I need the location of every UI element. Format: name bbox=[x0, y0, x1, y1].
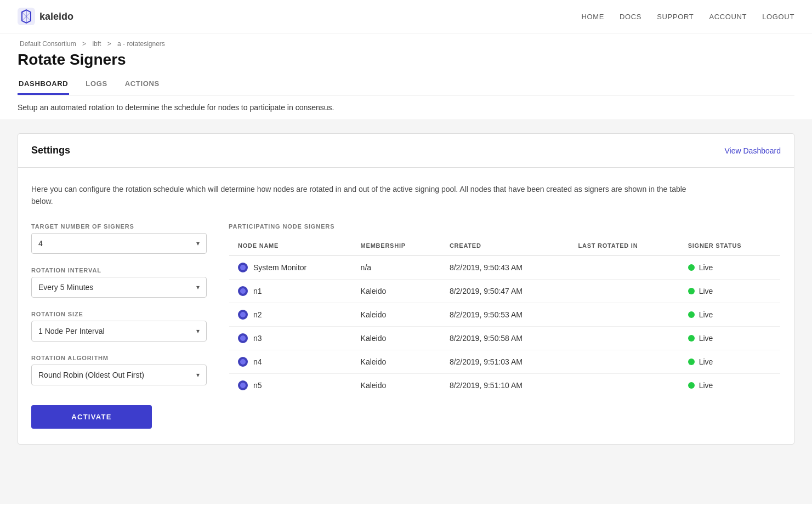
table-row: n3 Kaleido8/2/2019, 9:50:58 AM Live bbox=[229, 326, 781, 350]
description-text: Here you can configure the rotation sche… bbox=[31, 183, 689, 208]
node-dot-icon bbox=[238, 286, 248, 296]
node-dot-icon bbox=[238, 333, 248, 343]
table-header-row: NODE NAME MEMBERSHIP CREATED LAST ROTATE… bbox=[229, 235, 781, 255]
banner-text: Setup an automated rotation to determine… bbox=[18, 103, 334, 112]
info-banner: Setup an automated rotation to determine… bbox=[0, 95, 812, 120]
breadcrumb-part-1[interactable]: Default Consortium bbox=[20, 40, 76, 48]
cell-membership: n/a bbox=[352, 255, 441, 279]
col-signer-status: SIGNER STATUS bbox=[679, 235, 781, 255]
col-node-name: NODE NAME bbox=[229, 235, 352, 255]
target-signers-select[interactable]: 4 1 2 3 5 6 bbox=[32, 234, 206, 253]
status-live-icon bbox=[688, 264, 695, 271]
left-column: TARGET NUMBER OF SIGNERS 4 1 2 3 5 6 ▾ bbox=[31, 223, 207, 429]
cell-created: 8/2/2019, 9:50:43 AM bbox=[441, 255, 570, 279]
rotation-algorithm-field: ROTATION ALGORITHM Round Robin (Oldest O… bbox=[31, 355, 207, 385]
cell-created: 8/2/2019, 9:50:53 AM bbox=[441, 303, 570, 326]
view-dashboard-link[interactable]: View Dashboard bbox=[725, 146, 781, 155]
logo-text: kaleido bbox=[39, 11, 73, 22]
target-signers-label: TARGET NUMBER OF SIGNERS bbox=[31, 223, 207, 230]
cell-membership: Kaleido bbox=[352, 279, 441, 303]
cell-signer-status: Live bbox=[679, 350, 781, 373]
status-live-icon bbox=[688, 335, 695, 342]
rotation-algorithm-select[interactable]: Round Robin (Oldest Out First) Random bbox=[32, 365, 206, 385]
table-section-label: PARTICIPATING NODE SIGNERS bbox=[229, 223, 781, 230]
tabs: DASHBOARD LOGS ACTIONS bbox=[18, 75, 794, 95]
status-text: Live bbox=[699, 357, 713, 366]
node-dot-icon bbox=[238, 310, 248, 320]
nav-account[interactable]: ACCOUNT bbox=[709, 13, 747, 21]
cell-node-name: n2 bbox=[229, 303, 352, 326]
cell-created: 8/2/2019, 9:50:47 AM bbox=[441, 279, 570, 303]
table-row: n5 Kaleido8/2/2019, 9:51:10 AM Live bbox=[229, 373, 781, 397]
cell-last-rotated-in bbox=[569, 303, 679, 326]
nodes-table: NODE NAME MEMBERSHIP CREATED LAST ROTATE… bbox=[229, 235, 781, 397]
rotation-size-select[interactable]: 1 Node Per Interval 2 Nodes Per Interval… bbox=[32, 321, 206, 341]
node-name-text: n3 bbox=[253, 334, 262, 343]
table-row: n1 Kaleido8/2/2019, 9:50:47 AM Live bbox=[229, 279, 781, 303]
target-signers-field: TARGET NUMBER OF SIGNERS 4 1 2 3 5 6 ▾ bbox=[31, 223, 207, 254]
rotation-interval-label: ROTATION INTERVAL bbox=[31, 267, 207, 274]
rotation-interval-select[interactable]: Every 5 Minutes Every 1 Minute Every 10 … bbox=[32, 277, 206, 297]
settings-card: Settings View Dashboard Here you can con… bbox=[18, 133, 794, 445]
cell-membership: Kaleido bbox=[352, 326, 441, 350]
top-nav: kaleido HOME DOCS SUPPORT ACCOUNT LOGOUT bbox=[0, 0, 812, 33]
cell-node-name: n5 bbox=[229, 373, 352, 397]
cell-created: 8/2/2019, 9:50:58 AM bbox=[441, 326, 570, 350]
cell-signer-status: Live bbox=[679, 279, 781, 303]
cell-membership: Kaleido bbox=[352, 373, 441, 397]
tab-actions[interactable]: ACTIONS bbox=[124, 75, 161, 95]
cell-node-name: System Monitor bbox=[229, 255, 352, 279]
activate-button[interactable]: ACTIVATE bbox=[31, 405, 152, 429]
nav-docs[interactable]: DOCS bbox=[620, 13, 641, 21]
breadcrumb-part-2[interactable]: ibft bbox=[92, 40, 101, 48]
col-last-rotated-in: LAST ROTATED IN bbox=[569, 235, 679, 255]
status-live-icon bbox=[688, 382, 695, 389]
status-text: Live bbox=[699, 310, 713, 319]
node-name-text: n2 bbox=[253, 310, 262, 319]
status-text: Live bbox=[699, 334, 713, 343]
cell-signer-status: Live bbox=[679, 303, 781, 326]
node-dot-icon bbox=[238, 380, 248, 390]
node-name-text: System Monitor bbox=[253, 263, 306, 272]
cell-node-name: n3 bbox=[229, 326, 352, 350]
col-created: CREATED bbox=[441, 235, 570, 255]
page-title: Rotate Signers bbox=[18, 51, 794, 69]
status-live-icon bbox=[688, 359, 695, 365]
target-signers-select-wrapper: 4 1 2 3 5 6 ▾ bbox=[31, 233, 207, 254]
breadcrumb-part-3: a - rotatesigners bbox=[117, 40, 165, 48]
table-row: n2 Kaleido8/2/2019, 9:50:53 AM Live bbox=[229, 303, 781, 326]
cell-node-name: n4 bbox=[229, 350, 352, 373]
cell-membership: Kaleido bbox=[352, 350, 441, 373]
tab-dashboard[interactable]: DASHBOARD bbox=[18, 75, 69, 95]
cell-last-rotated-in bbox=[569, 373, 679, 397]
cell-created: 8/2/2019, 9:51:10 AM bbox=[441, 373, 570, 397]
node-name-text: n5 bbox=[253, 381, 262, 390]
col-membership: MEMBERSHIP bbox=[352, 235, 441, 255]
cell-signer-status: Live bbox=[679, 373, 781, 397]
cell-signer-status: Live bbox=[679, 326, 781, 350]
cell-last-rotated-in bbox=[569, 350, 679, 373]
node-name-text: n4 bbox=[253, 357, 262, 366]
logo: kaleido bbox=[18, 8, 73, 25]
nav-home[interactable]: HOME bbox=[581, 13, 604, 21]
cell-last-rotated-in bbox=[569, 255, 679, 279]
two-col-layout: TARGET NUMBER OF SIGNERS 4 1 2 3 5 6 ▾ bbox=[31, 223, 781, 429]
settings-card-body: Here you can configure the rotation sche… bbox=[18, 168, 794, 444]
nav-support[interactable]: SUPPORT bbox=[657, 13, 694, 21]
breadcrumb-sep-1: > bbox=[82, 40, 88, 48]
rotation-algorithm-label: ROTATION ALGORITHM bbox=[31, 355, 207, 361]
cell-node-name: n1 bbox=[229, 279, 352, 303]
status-text: Live bbox=[699, 263, 713, 272]
status-text: Live bbox=[699, 287, 713, 295]
right-column: PARTICIPATING NODE SIGNERS NODE NAME MEM… bbox=[229, 223, 781, 429]
table-row: System Monitor n/a8/2/2019, 9:50:43 AM L… bbox=[229, 255, 781, 279]
node-name-text: n1 bbox=[253, 287, 262, 295]
content-area: Settings View Dashboard Here you can con… bbox=[0, 120, 812, 504]
node-dot-icon bbox=[238, 263, 248, 272]
nav-logout[interactable]: LOGOUT bbox=[762, 13, 794, 21]
rotation-interval-select-wrapper: Every 5 Minutes Every 1 Minute Every 10 … bbox=[31, 277, 207, 298]
cell-last-rotated-in bbox=[569, 279, 679, 303]
rotation-size-field: ROTATION SIZE 1 Node Per Interval 2 Node… bbox=[31, 311, 207, 342]
tab-logs[interactable]: LOGS bbox=[84, 75, 108, 95]
rotation-size-select-wrapper: 1 Node Per Interval 2 Nodes Per Interval… bbox=[31, 321, 207, 342]
